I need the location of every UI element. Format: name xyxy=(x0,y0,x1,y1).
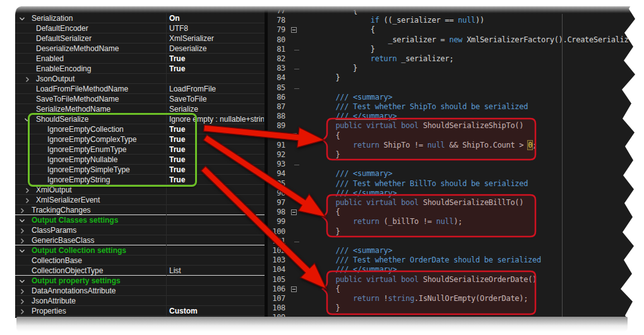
collapsed-chevron-icon[interactable] xyxy=(19,308,25,314)
category-row[interactable]: Output property settings xyxy=(15,276,265,286)
property-row[interactable]: JsonOutput xyxy=(15,74,265,84)
code-text: /// </summary> xyxy=(301,189,397,198)
property-label: XmlSerializerEvent xyxy=(36,196,100,204)
code-line[interactable]: 82 return _serializer; xyxy=(268,54,635,64)
collapsed-chevron-icon[interactable] xyxy=(19,207,25,213)
fold-collapse-icon[interactable] xyxy=(291,133,297,139)
expanded-chevron-icon[interactable] xyxy=(19,247,25,254)
property-row[interactable]: CollectionBase xyxy=(15,256,265,266)
fold-collapse-icon[interactable] xyxy=(291,209,297,215)
code-editor[interactable]: 77 {78 if ((_serializer == null))79 {80 … xyxy=(268,0,635,335)
line-number: 81 xyxy=(268,45,285,54)
property-row[interactable]: TrackingChanges xyxy=(15,205,265,215)
expanded-chevron-icon[interactable] xyxy=(19,217,25,223)
property-row[interactable]: IgnoreEmptySimpleTypeTrue xyxy=(15,165,265,175)
collapsed-chevron-icon[interactable] xyxy=(24,197,30,203)
property-row[interactable]: EnabledTrue xyxy=(15,54,265,64)
collapsed-chevron-icon[interactable] xyxy=(24,187,30,193)
code-line[interactable]: 96 /// </summary> xyxy=(268,189,635,199)
property-row[interactable]: XmlSerializerEvent xyxy=(15,195,265,205)
collapsed-chevron-icon[interactable] xyxy=(19,298,25,304)
property-row[interactable]: JsonAttribute xyxy=(15,296,265,306)
code-line[interactable]: 101 xyxy=(268,237,635,247)
collapsed-chevron-icon[interactable] xyxy=(19,227,25,233)
code-line[interactable]: 85 xyxy=(268,83,635,93)
collapsed-chevron-icon[interactable] xyxy=(24,76,30,82)
property-row[interactable]: SerializationOn xyxy=(15,13,265,23)
code-line[interactable]: 80 _serializer = new XmlSerializerFactor… xyxy=(268,35,635,45)
property-row[interactable]: DeserializeMethodNameDeserialize xyxy=(15,44,265,54)
code-token: virtual xyxy=(366,275,397,284)
property-row[interactable]: CollectionObjectTypeList xyxy=(15,266,265,276)
property-row[interactable]: DataAnnotationsAttribute xyxy=(15,286,265,296)
expanded-chevron-icon[interactable] xyxy=(19,278,25,284)
code-line[interactable]: 97 public virtual bool ShouldSerializeBi… xyxy=(268,198,635,208)
code-line[interactable]: 95 /// Test whether BillTo should be ser… xyxy=(268,179,635,189)
property-row[interactable]: IgnoreEmptyComplexTypeTrue xyxy=(15,134,265,144)
code-line[interactable]: 91 return ShipTo != null && ShipTo.Count… xyxy=(268,141,635,151)
property-row[interactable]: IgnoreEmptyNullableTrue xyxy=(15,155,265,165)
code-line[interactable]: 100 } xyxy=(268,227,635,237)
property-row[interactable]: EnableEncodingTrue xyxy=(15,64,265,74)
code-line[interactable]: 90 { xyxy=(268,131,635,141)
code-text: return (_billTo != null); xyxy=(301,217,462,226)
code-line[interactable]: 102 /// <summary> xyxy=(268,246,635,256)
fold-collapse-icon[interactable] xyxy=(291,286,297,292)
expanded-chevron-icon[interactable] xyxy=(24,116,30,122)
code-line[interactable]: 92 } xyxy=(268,150,635,160)
code-line[interactable]: 105 public virtual bool ShouldSerializeO… xyxy=(268,275,635,285)
line-number: 83 xyxy=(268,64,285,73)
code-token: _serializer; xyxy=(397,54,453,63)
code-line[interactable]: 107 return !string.IsNullOrEmpty(OrderDa… xyxy=(268,294,635,304)
code-line[interactable]: 99 return (_billTo != null); xyxy=(268,217,635,227)
property-row[interactable]: ClassParams xyxy=(15,225,265,235)
category-row[interactable]: Output Collection settings xyxy=(15,245,265,256)
code-line[interactable]: 78 if ((_serializer == null)) xyxy=(268,16,635,26)
category-row[interactable]: Output Classes settings xyxy=(15,215,265,225)
property-row[interactable]: IgnoreEmptyEnumTypeTrue xyxy=(15,144,265,155)
code-line[interactable]: 94 /// <summary> xyxy=(268,169,635,179)
code-line[interactable]: 84 } xyxy=(268,73,635,83)
code-line[interactable]: 89 public virtual bool ShouldSerializeSh… xyxy=(268,121,635,131)
code-line[interactable]: 103 /// Test whether OrderDate should be… xyxy=(268,256,635,266)
property-row[interactable]: ShouldSerializeIgnore empty : nullable+s… xyxy=(15,114,265,124)
code-line[interactable]: 88 /// </summary> xyxy=(268,112,635,122)
collapsed-chevron-icon[interactable] xyxy=(19,237,25,244)
property-row[interactable]: IgnoreEmptyStringTrue xyxy=(15,175,265,185)
code-token: { xyxy=(335,208,340,216)
fold-collapse-icon[interactable] xyxy=(291,27,297,33)
code-line[interactable]: 93 xyxy=(268,160,635,170)
code-line[interactable]: 83 } xyxy=(268,64,635,74)
code-line[interactable]: 79 { xyxy=(268,25,635,35)
code-line[interactable]: 104 /// </summary> xyxy=(268,265,635,275)
expanded-chevron-icon[interactable] xyxy=(19,15,25,21)
code-text: { xyxy=(301,208,340,217)
code-line[interactable]: 86 /// <summary> xyxy=(268,93,635,103)
code-line[interactable]: 87 /// Test whether ShipTo should be ser… xyxy=(268,102,635,112)
line-number: 108 xyxy=(268,303,285,312)
property-row[interactable]: GenericBaseClass xyxy=(15,235,265,245)
property-row[interactable]: DefaultSerializerXmlSerializer xyxy=(15,33,265,44)
code-line[interactable]: 81 } xyxy=(268,45,635,55)
line-number: 84 xyxy=(268,73,285,82)
code-line[interactable]: 108 } xyxy=(268,303,635,314)
line-number: 98 xyxy=(268,208,285,216)
property-row[interactable]: XmlOutput xyxy=(15,185,265,195)
collapsed-chevron-icon[interactable] xyxy=(19,288,25,294)
line-number: 95 xyxy=(268,179,285,188)
code-token: return xyxy=(353,294,379,303)
property-row[interactable]: PropertiesCustom xyxy=(15,306,265,316)
property-row[interactable]: DefaultEncoderUTF8 xyxy=(15,23,265,33)
property-label: ClassParams xyxy=(32,226,76,235)
code-line[interactable]: 106 { xyxy=(268,285,635,295)
code-token: /// <summary> xyxy=(335,93,392,102)
property-row[interactable]: SaveToFileMethodNameSaveToFile xyxy=(15,94,265,104)
property-row[interactable]: IgnoreEmptyCollectionTrue xyxy=(15,124,265,134)
property-value: True xyxy=(169,145,264,154)
property-row[interactable]: LoadFromFileMethodNameLoadFromFile xyxy=(15,84,265,94)
code-text: } xyxy=(301,45,375,54)
code-line[interactable]: 98 { xyxy=(268,208,635,218)
property-row[interactable]: SerializeMethodNameSerialize xyxy=(15,104,265,114)
code-line[interactable]: 109 xyxy=(268,313,635,323)
line-number: 86 xyxy=(268,93,285,102)
